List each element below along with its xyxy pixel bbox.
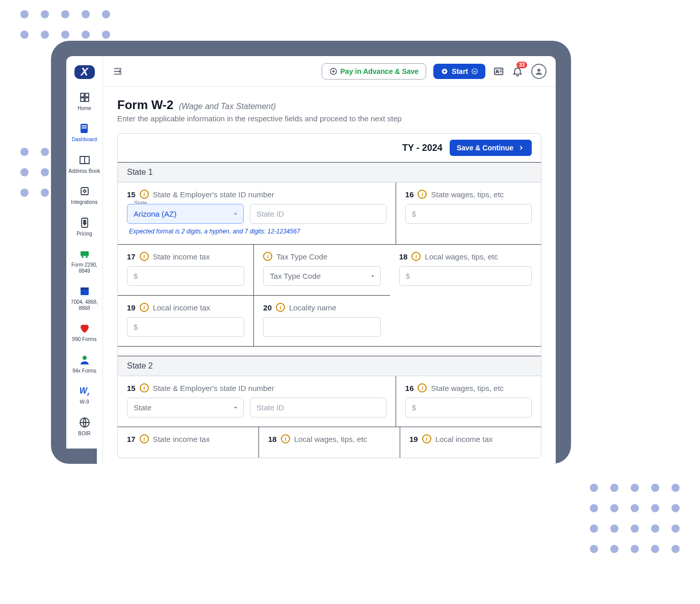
svg-rect-3	[85, 98, 89, 101]
user-avatar[interactable]	[531, 64, 547, 79]
info-icon[interactable]: i	[281, 434, 290, 443]
app-window: X Home Dashboard Address Book Integratio…	[66, 56, 556, 464]
state1-row-2: 17 i State income tax i Tax T	[118, 245, 541, 347]
sidebar-item-label: W-9	[68, 399, 100, 405]
info-icon[interactable]: i	[411, 252, 421, 261]
menu-toggle-icon[interactable]	[112, 66, 123, 77]
sidebar-item-label: Pricing	[68, 231, 100, 237]
info-icon[interactable]: i	[140, 434, 149, 443]
notification-badge: 33	[516, 62, 527, 68]
pay-in-advance-button[interactable]: Pay in Advance & Save	[322, 63, 427, 80]
button-label: Start	[452, 67, 468, 75]
info-icon[interactable]: i	[276, 303, 285, 312]
box-19-cell: 19 i Local income tax	[118, 296, 254, 346]
box-17-cell: 17 i State income tax	[118, 245, 254, 295]
info-icon[interactable]: i	[140, 190, 149, 199]
box-number: 16	[405, 190, 414, 199]
sidebar-item-boir[interactable]: BOIR	[66, 411, 102, 443]
local-income-tax-input[interactable]	[127, 317, 244, 337]
box-number: 17	[127, 252, 136, 261]
info-icon[interactable]: i	[140, 383, 149, 392]
info-icon[interactable]: i	[263, 252, 272, 261]
sidebar-item-home[interactable]: Home	[66, 86, 102, 118]
svg-rect-0	[81, 93, 84, 97]
save-continue-button[interactable]: Save & Continue	[450, 140, 532, 156]
notifications-icon[interactable]: 33	[512, 66, 524, 77]
svg-rect-2	[81, 98, 84, 101]
svg-point-11	[82, 256, 84, 258]
field-label: State wages, tips, etc	[431, 190, 504, 199]
sidebar-item-label: Address Book	[68, 168, 100, 174]
page-title: Form W-2	[117, 98, 173, 112]
state-wages-input[interactable]	[405, 204, 532, 224]
section-heading: State 2	[118, 356, 541, 376]
sidebar-item-990[interactable]: 990 Forms	[66, 317, 102, 349]
main-area: Pay in Advance & Save Start 33 Form W-2 …	[103, 56, 556, 464]
home-icon	[79, 91, 91, 103]
sidebar-item-94x[interactable]: 94x Forms	[66, 349, 102, 380]
box-number: 18	[399, 252, 408, 261]
start-button[interactable]: Start	[433, 64, 485, 79]
sidebar-item-integrations[interactable]: Integrations	[66, 180, 102, 212]
sidebar-item-7004[interactable]: 7004, 4868, 8868	[66, 280, 102, 317]
state-select[interactable]: State	[127, 398, 244, 417]
sidebar-item-w9[interactable]: Wz W-9	[66, 380, 102, 411]
tax-type-select[interactable]: Tax Type Code	[263, 266, 380, 286]
state-id-input[interactable]	[250, 398, 386, 417]
locality-name-input[interactable]	[263, 317, 380, 337]
field-label: Local wages, tips, etc	[425, 252, 498, 261]
box-20-cell: 20 i Locality name	[254, 296, 390, 346]
state-id-input[interactable]	[250, 204, 386, 224]
local-wages-input[interactable]	[399, 266, 532, 286]
sidebar-item-help[interactable]: ?	[66, 442, 102, 464]
help-icon: ?	[79, 448, 91, 460]
state-wages-input[interactable]	[405, 398, 532, 417]
box-number: 17	[127, 435, 136, 443]
sidebar-item-dashboard[interactable]: Dashboard	[66, 117, 102, 149]
info-icon[interactable]: i	[418, 383, 427, 392]
svg-point-12	[86, 256, 88, 258]
state2-row-2: 17 i State income tax 18 i Local wages, …	[118, 427, 541, 458]
box-16-cell: 16 i State wages, tips, etc	[396, 182, 541, 244]
panel-head: TY - 2024 Save & Continue	[118, 134, 541, 162]
select-placeholder: State	[134, 403, 151, 412]
person-icon	[79, 354, 91, 366]
svg-point-23	[496, 70, 498, 72]
box-number: 15	[127, 190, 136, 199]
field-label: Local income tax	[435, 435, 493, 443]
tax-type-cell: i Tax Type Code Tax Type Code	[254, 245, 390, 295]
contacts-icon[interactable]	[492, 66, 505, 77]
svg-point-17	[80, 449, 89, 458]
info-icon[interactable]: i	[140, 252, 149, 261]
sidebar-item-address-book[interactable]: Address Book	[66, 149, 102, 180]
svg-point-15	[83, 356, 87, 360]
app-logo[interactable]: X	[74, 65, 95, 79]
state-select[interactable]: Arizona (AZ)	[127, 204, 244, 224]
chevron-right-icon	[517, 144, 525, 151]
chevron-down-icon	[471, 68, 478, 75]
globe-icon	[79, 416, 91, 429]
sidebar-item-label: 7004, 4868, 8868	[68, 299, 100, 311]
svg-rect-5	[82, 125, 87, 126]
sidebar-item-label: 990 Forms	[68, 336, 100, 343]
state1-row-1: 15 i State & Employer's state ID number …	[118, 182, 541, 245]
dashboard-icon	[79, 122, 91, 135]
field-label: Tax Type Code	[276, 252, 327, 261]
svg-text:?: ?	[83, 450, 86, 457]
field-label: State & Employer's state ID number	[153, 384, 274, 392]
state-income-tax-input[interactable]	[127, 266, 244, 286]
select-value: Arizona (AZ)	[134, 209, 176, 218]
info-icon[interactable]: i	[422, 434, 431, 443]
sidebar-item-form-2290[interactable]: Form 2290, 8849	[66, 243, 102, 280]
info-icon[interactable]: i	[140, 303, 149, 312]
content-area: Form W-2 (Wage and Tax Statement) Enter …	[103, 87, 556, 464]
info-icon[interactable]: i	[418, 190, 427, 199]
field-label: State wages, tips, etc	[431, 384, 504, 392]
svg-rect-14	[81, 287, 89, 290]
field-label: Locality name	[289, 303, 336, 312]
w9-icon: Wz	[79, 385, 91, 397]
sidebar-item-pricing[interactable]: $ Pricing	[66, 212, 102, 243]
truck-icon	[79, 248, 91, 260]
svg-rect-1	[85, 93, 89, 97]
state-2-section: State 2 15 i State & Employer's state ID…	[118, 356, 541, 458]
